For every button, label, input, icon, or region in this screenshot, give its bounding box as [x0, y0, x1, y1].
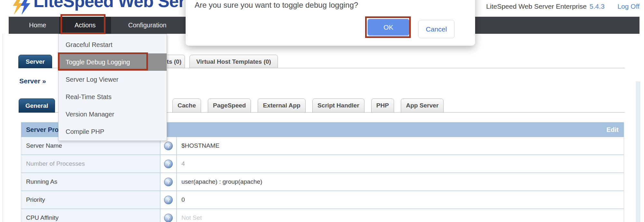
subtab-external-app[interactable]: External App — [258, 98, 306, 113]
menu-item-version-manager[interactable]: Version Manager — [59, 106, 167, 123]
help-icon[interactable]: ? — [164, 214, 173, 222]
subtab-php[interactable]: PHP — [371, 98, 394, 113]
table-rows: Server Name?$HOSTNAMENumber of Processes… — [21, 137, 624, 222]
nav-item-actions[interactable]: Actions — [59, 17, 111, 34]
help-icon[interactable]: ? — [164, 178, 173, 186]
breadcrumb[interactable]: Server » — [19, 77, 46, 85]
tab-virtual-host-templates[interactable]: Virtual Host Templates (0) — [189, 55, 278, 68]
help-icon-cell: ? — [161, 209, 177, 222]
table-row-cpu-affinity: CPU Affinity?Not Set — [21, 209, 624, 222]
menu-item-graceful-restart[interactable]: Graceful Restart — [59, 36, 167, 53]
nav-item-configuration[interactable]: Configuration — [124, 17, 170, 34]
menu-item-toggle-debug-logging[interactable]: Toggle Debug Logging — [59, 53, 167, 71]
help-icon[interactable]: ? — [164, 196, 173, 204]
help-icon-cell: ? — [161, 155, 177, 172]
nav-item-home[interactable]: Home — [24, 17, 51, 34]
row-label: Number of Processes — [21, 155, 161, 172]
row-value: user(apache) : group(apache) — [177, 173, 624, 190]
row-value: Not Set — [177, 209, 624, 222]
row-label: CPU Affinity — [21, 209, 161, 222]
ok-button[interactable]: OK — [368, 19, 409, 35]
menu-item-compile-php[interactable]: Compile PHP — [59, 123, 167, 140]
menu-item-real-time-stats[interactable]: Real-Time Stats — [59, 88, 167, 106]
row-value: 0 — [177, 191, 624, 208]
confirm-dialog: Are you sure you want to toggle debug lo… — [186, 0, 475, 46]
help-icon-cell: ? — [161, 173, 177, 190]
litespeed-admin-screen: LiteSpeed Web Server LiteSpeed Web Serve… — [0, 0, 644, 222]
row-label: Running As — [21, 173, 161, 190]
row-value: $HOSTNAME — [177, 137, 624, 154]
actions-dropdown-menu: Graceful RestartToggle Debug LoggingServ… — [58, 34, 167, 141]
cancel-button[interactable]: Cancel — [418, 20, 455, 38]
dialog-message: Are you sure you want to toggle debug lo… — [195, 1, 358, 10]
log-off-link[interactable]: Log Off — [618, 3, 640, 10]
logo-text: LiteSpeed Web Server — [33, 0, 190, 11]
subtabs-row: CachePageSpeedExternal AppScript Handler… — [172, 98, 444, 113]
table-row-running-as: Running As?user(apache) : group(apache) — [21, 173, 624, 191]
content-left-border — [3, 34, 3, 222]
subtab-cache[interactable]: Cache — [172, 98, 201, 113]
lightning-bolt-icon — [10, 0, 31, 14]
subtab-app-server[interactable]: App Server — [401, 98, 444, 113]
subtab-general[interactable]: General — [19, 98, 55, 113]
row-value: 4 — [177, 155, 624, 172]
help-icon[interactable]: ? — [164, 160, 173, 168]
subtab-pagespeed[interactable]: PageSpeed — [208, 98, 251, 113]
litespeed-logo[interactable]: LiteSpeed Web Server — [10, 0, 190, 14]
table-row-number-of-processes: Number of Processes?4 — [21, 155, 624, 173]
row-label: Priority — [21, 191, 161, 208]
help-icon[interactable]: ? — [164, 142, 173, 150]
product-name: LiteSpeed Web Server Enterprise — [486, 3, 586, 10]
version-link[interactable]: 5.4.3 — [590, 3, 605, 10]
tab-server[interactable]: Server — [18, 55, 52, 68]
vertical-scrollbar[interactable] — [636, 81, 640, 222]
edit-link[interactable]: Edit — [606, 122, 619, 137]
header-right: LiteSpeed Web Server Enterprise5.4.3Log … — [486, 3, 639, 10]
help-icon-cell: ? — [161, 191, 177, 208]
subtab-script-handler[interactable]: Script Handler — [312, 98, 364, 113]
menu-item-server-log-viewer[interactable]: Server Log Viewer — [59, 71, 167, 88]
table-row-priority: Priority?0 — [21, 191, 624, 209]
